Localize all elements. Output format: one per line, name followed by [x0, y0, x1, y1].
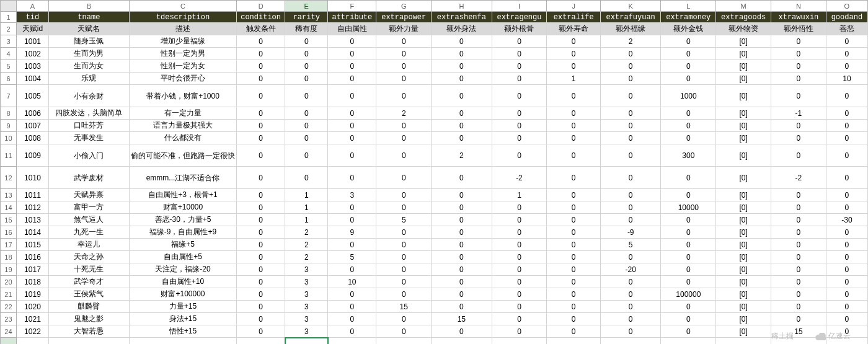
row-header-2[interactable]: 2 [1, 23, 17, 35]
cell-B21[interactable]: 王侯紫气 [48, 288, 129, 301]
cell-K18[interactable]: 0 [600, 251, 660, 263]
cell-H5[interactable]: 0 [432, 60, 492, 73]
cell-J21[interactable]: 0 [547, 288, 601, 301]
cell-D16[interactable]: 0 [237, 226, 285, 239]
column-header-G[interactable]: G [376, 1, 432, 12]
row-header-21[interactable]: 21 [1, 288, 17, 301]
cell-M6[interactable]: [0] [716, 73, 771, 85]
cell-C18[interactable]: 自由属性+5 [129, 251, 236, 263]
cell-H17[interactable]: 0 [432, 239, 492, 251]
row-header-20[interactable]: 20 [1, 276, 17, 288]
cell-L24[interactable]: 0 [661, 325, 716, 338]
cell-O10[interactable]: 0 [826, 132, 867, 144]
header-cell[interactable]: 额外身法 [432, 23, 492, 35]
cell-K6[interactable]: 0 [600, 73, 660, 85]
cell-I8[interactable]: 0 [492, 107, 547, 120]
row-header-14[interactable]: 14 [1, 201, 17, 214]
cell-F23[interactable]: 0 [328, 313, 376, 325]
cell-L9[interactable]: 0 [661, 120, 716, 132]
cell-O21[interactable]: 0 [826, 288, 867, 301]
cell-H23[interactable]: 15 [432, 313, 492, 325]
row-header-18[interactable]: 18 [1, 251, 17, 263]
cell-O19[interactable]: 0 [826, 263, 867, 276]
header-cell[interactable]: 额外寿命 [547, 23, 601, 35]
cell-L25[interactable]: 0 [661, 338, 716, 345]
header-cell[interactable]: extrapower [376, 12, 432, 23]
cell-O9[interactable]: 0 [826, 120, 867, 132]
cell-B4[interactable]: 生而为男 [48, 48, 129, 60]
cell-A15[interactable]: 1013 [16, 214, 48, 226]
cell-H6[interactable]: 0 [432, 73, 492, 85]
cell-I19[interactable]: 0 [492, 263, 547, 276]
cell-A13[interactable]: 1011 [16, 189, 48, 201]
cell-I24[interactable]: 0 [492, 325, 547, 338]
cell-N20[interactable]: 0 [771, 276, 826, 288]
cell-H9[interactable]: 0 [432, 120, 492, 132]
cell-M12[interactable]: [0] [716, 167, 771, 189]
cell-E13[interactable]: 1 [285, 189, 328, 201]
cell-A3[interactable]: 1001 [16, 35, 48, 48]
cell-G17[interactable]: 0 [376, 239, 432, 251]
cell-N22[interactable]: 0 [771, 301, 826, 313]
cell-M7[interactable]: [0] [716, 85, 771, 107]
cell-F13[interactable]: 3 [328, 189, 376, 201]
column-header-E[interactable]: E [285, 1, 328, 12]
row-header-25[interactable]: 25 [1, 338, 17, 345]
cell-L12[interactable]: 0 [661, 167, 716, 189]
cell-F19[interactable]: 0 [328, 263, 376, 276]
cell-B15[interactable]: 煞气逼人 [48, 214, 129, 226]
cell-E4[interactable]: 0 [285, 48, 328, 60]
cell-C25[interactable]: 自由属性+30，福缘-30 [129, 338, 236, 345]
cell-F4[interactable]: 0 [328, 48, 376, 60]
row-header-1[interactable]: 1 [1, 12, 17, 23]
column-header-K[interactable]: K [600, 1, 660, 12]
cell-F15[interactable]: 0 [328, 214, 376, 226]
header-cell[interactable]: 自由属性 [328, 23, 376, 35]
cell-B22[interactable]: 麒麟臂 [48, 301, 129, 313]
row-header-10[interactable]: 10 [1, 132, 17, 144]
cell-C7[interactable]: 带着小钱，财富+1000 [129, 85, 236, 107]
cell-K15[interactable]: 0 [600, 214, 660, 226]
cell-J7[interactable]: 0 [547, 85, 601, 107]
cell-G10[interactable]: 0 [376, 132, 432, 144]
row-header-3[interactable]: 3 [1, 35, 17, 48]
cell-M21[interactable]: [0] [716, 288, 771, 301]
column-header-N[interactable]: N [771, 1, 826, 12]
cell-D11[interactable]: 0 [237, 144, 285, 167]
cell-K9[interactable]: 0 [600, 120, 660, 132]
cell-N10[interactable]: 0 [771, 132, 826, 144]
cell-C6[interactable]: 平时会很开心 [129, 73, 236, 85]
row-header-16[interactable]: 16 [1, 226, 17, 239]
cell-O8[interactable]: 0 [826, 107, 867, 120]
header-cell[interactable]: 额外力量 [376, 23, 432, 35]
header-cell[interactable]: rarity [285, 12, 328, 23]
row-header-5[interactable]: 5 [1, 60, 17, 73]
cell-H7[interactable]: 0 [432, 85, 492, 107]
cell-N9[interactable]: 0 [771, 120, 826, 132]
column-header-H[interactable]: H [432, 1, 492, 12]
row-header-17[interactable]: 17 [1, 239, 17, 251]
cell-B5[interactable]: 生而为女 [48, 60, 129, 73]
spreadsheet-grid[interactable]: ABCDEFGHIJKLMNO 1tidtnametdescriptioncon… [0, 0, 868, 344]
cell-N18[interactable]: 0 [771, 251, 826, 263]
cell-N19[interactable]: 0 [771, 263, 826, 276]
header-cell[interactable]: 额外根骨 [492, 23, 547, 35]
cell-J12[interactable]: 0 [547, 167, 601, 189]
cell-M4[interactable]: [0] [716, 48, 771, 60]
cell-C3[interactable]: 增加少量福缘 [129, 35, 236, 48]
cell-M19[interactable]: [0] [716, 263, 771, 276]
cell-J9[interactable]: 0 [547, 120, 601, 132]
column-header-A[interactable]: A [16, 1, 48, 12]
cell-C13[interactable]: 自由属性+3，根骨+1 [129, 189, 236, 201]
cell-A4[interactable]: 1002 [16, 48, 48, 60]
cell-L18[interactable]: 0 [661, 251, 716, 263]
cell-D10[interactable]: 0 [237, 132, 285, 144]
cell-D4[interactable]: 0 [237, 48, 285, 60]
cell-B7[interactable]: 小有余财 [48, 85, 129, 107]
cell-D24[interactable]: 0 [237, 325, 285, 338]
cell-M20[interactable]: [0] [716, 276, 771, 288]
cell-F11[interactable]: 0 [328, 144, 376, 167]
cell-N6[interactable]: 0 [771, 73, 826, 85]
cell-L13[interactable]: 0 [661, 189, 716, 201]
cell-D23[interactable]: 0 [237, 313, 285, 325]
